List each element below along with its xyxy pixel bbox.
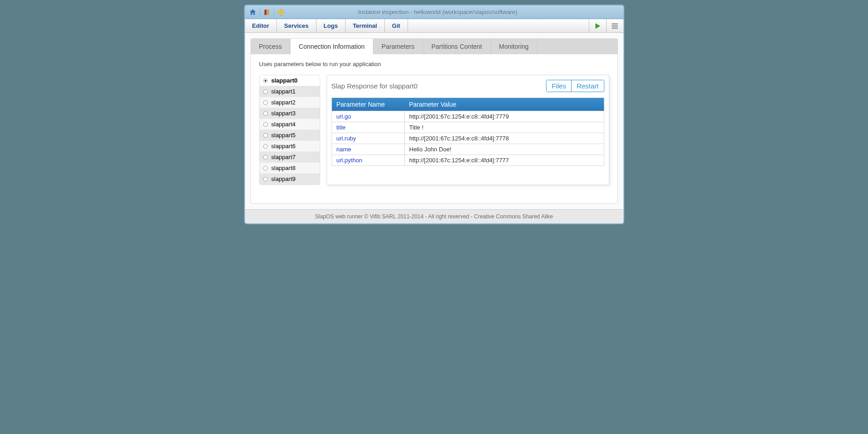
partition-label: slappart2: [271, 99, 296, 106]
table-row: url.gohttp://[2001:67c:1254:e:c8::4fd4]:…: [332, 111, 604, 122]
tab-process[interactable]: Process: [251, 39, 291, 54]
detail-title: Slap Response for slappart0: [332, 82, 418, 90]
partition-slappart0[interactable]: slappart0: [260, 75, 320, 86]
radio-icon: [263, 78, 268, 83]
partition-slappart6[interactable]: slappart6: [260, 141, 320, 152]
radio-icon: [263, 111, 268, 116]
radio-icon: [263, 133, 268, 138]
partition-slappart4[interactable]: slappart4: [260, 119, 320, 130]
partition-slappart8[interactable]: slappart8: [260, 163, 320, 174]
param-value: http://[2001:67c:1254:e:c8::4fd4]:7778: [404, 133, 604, 144]
partition-label: slappart1: [271, 88, 296, 95]
param-name[interactable]: name: [332, 144, 404, 155]
partition-label: slappart9: [271, 176, 296, 182]
param-name[interactable]: title: [332, 122, 404, 133]
menubar-spacer: [408, 19, 589, 32]
param-name[interactable]: url.python: [332, 155, 404, 166]
partition-slappart1[interactable]: slappart1: [260, 86, 320, 97]
svg-rect-1: [267, 10, 269, 15]
menu-git[interactable]: Git: [385, 19, 408, 32]
separator: [260, 8, 260, 16]
app-window: Instance inspection - helloworld (worksp…: [244, 5, 624, 224]
content-outer: ProcessConnection InformationParametersP…: [245, 33, 623, 209]
radio-icon: [263, 122, 268, 127]
radio-icon: [263, 177, 268, 181]
tab-partitions-content[interactable]: Partitions Content: [423, 39, 490, 54]
partition-slappart9[interactable]: slappart9: [260, 174, 320, 185]
parameter-table: Parameter Name Parameter Value url.gohtt…: [332, 98, 604, 166]
window-title: Instance inspection - helloworld (worksp…: [289, 9, 623, 16]
tab-bar: ProcessConnection InformationParametersP…: [251, 39, 618, 54]
hint-text: Uses parameters below to run your applic…: [259, 61, 609, 67]
menu-logs[interactable]: Logs: [317, 19, 346, 32]
tab-monitoring[interactable]: Monitoring: [491, 39, 537, 54]
detail-panel: Slap Response for slappart0 Files Restar…: [327, 75, 609, 185]
radio-icon: [263, 166, 268, 170]
partition-slappart3[interactable]: slappart3: [260, 108, 320, 119]
param-value: Title !: [404, 122, 604, 133]
partition-label: slappart6: [271, 143, 296, 150]
titlebar-icons: [245, 8, 289, 16]
partition-list: slappart0slappart1slappart2slappart3slap…: [259, 75, 320, 185]
tab-parameters[interactable]: Parameters: [373, 39, 423, 54]
partition-slappart2[interactable]: slappart2: [260, 97, 320, 108]
param-value: http://[2001:67c:1254:e:c8::4fd4]:7779: [404, 111, 604, 122]
col-param-value: Parameter Value: [404, 98, 604, 111]
table-row: url.rubyhttp://[2001:67c:1254:e:c8::4fd4…: [332, 133, 604, 144]
table-row: titleTitle !: [332, 122, 604, 133]
param-name[interactable]: url.ruby: [332, 133, 404, 144]
svg-rect-0: [264, 10, 266, 15]
run-button[interactable]: [589, 19, 606, 32]
param-name[interactable]: url.go: [332, 111, 404, 122]
tab-body: Uses parameters below to run your applic…: [251, 54, 618, 203]
menubar: EditorServicesLogsTerminalGit: [245, 19, 623, 33]
two-column-layout: slappart0slappart1slappart2slappart3slap…: [259, 75, 609, 185]
menu-services[interactable]: Services: [277, 19, 317, 32]
files-button[interactable]: Files: [546, 80, 571, 92]
col-param-name: Parameter Name: [332, 98, 404, 111]
partition-label: slappart5: [271, 132, 296, 139]
radio-icon: [263, 144, 268, 149]
detail-header: Slap Response for slappart0 Files Restar…: [332, 80, 604, 92]
footer-text: SlapOS web runner © Vifib SARL 2011-2014…: [245, 209, 623, 223]
menu-terminal[interactable]: Terminal: [346, 19, 385, 32]
param-value: http://[2001:67c:1254:e:c8::4fd4]:7777: [404, 155, 604, 166]
menu-button[interactable]: [606, 19, 623, 32]
table-row: url.pythonhttp://[2001:67c:1254:e:c8::4f…: [332, 155, 604, 166]
radio-icon: [263, 89, 268, 94]
partition-label: slappart7: [271, 154, 296, 160]
detail-buttons: Files Restart: [546, 80, 604, 92]
menubar-right: [589, 19, 623, 32]
radio-icon: [263, 100, 268, 105]
partition-slappart7[interactable]: slappart7: [260, 152, 320, 163]
partition-label: slappart0: [271, 77, 298, 84]
separator: [274, 8, 274, 16]
home-icon[interactable]: [249, 8, 257, 16]
partition-slappart5[interactable]: slappart5: [260, 130, 320, 141]
restart-button[interactable]: Restart: [571, 80, 603, 92]
partition-label: slappart8: [271, 165, 296, 171]
globe-icon[interactable]: [277, 8, 285, 16]
radio-icon: [263, 155, 268, 160]
param-value: Hello John Doe!: [404, 144, 604, 155]
titlebar: Instance inspection - helloworld (worksp…: [245, 5, 623, 19]
content-card: ProcessConnection InformationParametersP…: [250, 38, 618, 204]
menu-editor[interactable]: Editor: [245, 19, 277, 32]
tab-connection-information[interactable]: Connection Information: [291, 39, 373, 54]
partition-label: slappart3: [271, 110, 296, 117]
book-icon[interactable]: [263, 8, 271, 16]
partition-label: slappart4: [271, 121, 296, 128]
table-row: nameHello John Doe!: [332, 144, 604, 155]
